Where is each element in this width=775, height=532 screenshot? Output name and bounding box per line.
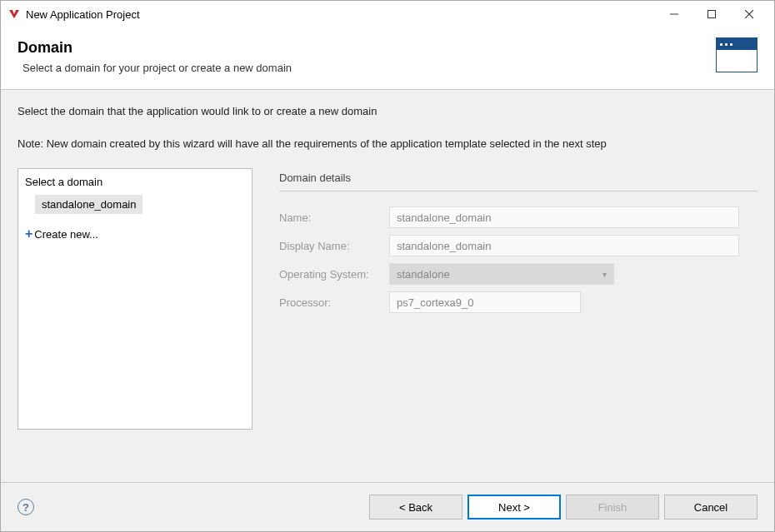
- dialog-window: New Application Project Domain Select a …: [0, 0, 775, 532]
- name-row: Name:: [279, 206, 758, 228]
- instruction-text: Select the domain that the application w…: [18, 105, 758, 117]
- header: Domain Select a domain for your project …: [1, 27, 774, 90]
- domain-details-panel: Domain details Name: Display Name: Opera…: [279, 168, 758, 474]
- close-button[interactable]: [730, 2, 768, 26]
- footer: ? < Back Next > Finish Cancel: [1, 482, 774, 531]
- domain-item-standalone[interactable]: standalone_domain: [35, 195, 142, 214]
- create-new-label: Create new...: [34, 228, 98, 241]
- note-text: Note: New domain created by this wizard …: [18, 137, 758, 150]
- next-button[interactable]: Next >: [468, 495, 561, 520]
- processor-label: Processor:: [279, 296, 389, 309]
- body: Select the domain that the application w…: [1, 90, 774, 482]
- content-area: Select a domain standalone_domain + Crea…: [18, 168, 758, 474]
- display-name-row: Display Name:: [279, 235, 758, 256]
- chevron-down-icon: ▾: [602, 270, 607, 279]
- back-button[interactable]: < Back: [369, 495, 462, 520]
- os-select[interactable]: standalone ▾: [389, 263, 614, 285]
- name-field[interactable]: [389, 206, 739, 228]
- svg-rect-1: [708, 11, 715, 18]
- page-title: Domain: [18, 39, 758, 57]
- os-label: Operating System:: [279, 268, 389, 281]
- os-row: Operating System: standalone ▾: [279, 263, 758, 285]
- wizard-buttons: < Back Next > Finish Cancel: [369, 495, 758, 520]
- finish-button: Finish: [566, 495, 659, 520]
- app-icon: [8, 7, 21, 21]
- details-section-title: Domain details: [279, 172, 758, 191]
- wizard-banner-icon: [716, 37, 758, 72]
- processor-field[interactable]: [389, 291, 581, 313]
- page-subtitle: Select a domain for your project or crea…: [22, 62, 758, 74]
- name-label: Name:: [279, 211, 389, 224]
- titlebar: New Application Project: [1, 1, 774, 27]
- plus-icon: +: [25, 227, 32, 241]
- processor-row: Processor:: [279, 291, 758, 313]
- create-new-domain[interactable]: + Create new...: [25, 226, 245, 242]
- display-name-field[interactable]: [389, 235, 739, 256]
- window-title: New Application Project: [26, 8, 655, 21]
- domain-list-label: Select a domain: [25, 174, 245, 195]
- window-controls: [655, 2, 768, 26]
- cancel-button[interactable]: Cancel: [664, 495, 758, 520]
- minimize-button[interactable]: [655, 2, 692, 26]
- os-value: standalone: [397, 268, 450, 281]
- domain-list-panel: Select a domain standalone_domain + Crea…: [18, 168, 252, 430]
- maximize-button[interactable]: [692, 2, 730, 26]
- help-button[interactable]: ?: [18, 499, 34, 515]
- display-name-label: Display Name:: [279, 240, 389, 252]
